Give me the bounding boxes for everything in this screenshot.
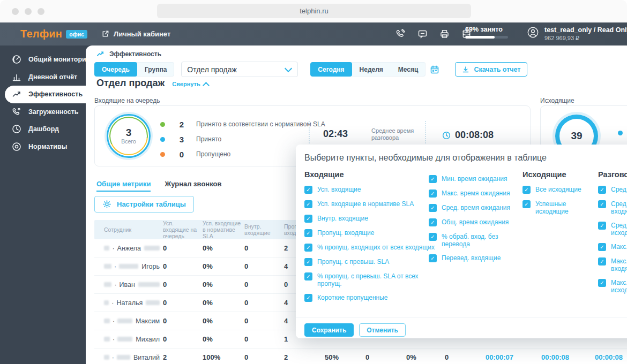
checkbox-item[interactable]: ✓Сред. длвходящ	[598, 200, 627, 215]
checkbox-item[interactable]: ✓Макс. дл	[598, 243, 627, 251]
view-switcher: ОчередьГруппа	[94, 62, 174, 77]
sidebar-item-Дашборд[interactable]: Дашборд	[0, 120, 94, 138]
checkbox-item[interactable]: ✓Перевед. входящие	[429, 254, 520, 262]
checkbox-checked-icon[interactable]: ✓	[522, 186, 531, 194]
checkbox-checked-icon[interactable]: ✓	[304, 258, 312, 266]
checkbox-checked-icon[interactable]: ✓	[429, 218, 437, 226]
window-controls[interactable]	[12, 8, 44, 15]
checkbox-checked-icon[interactable]: ✓	[598, 186, 606, 194]
checkbox-label-line: Пропущ. с превыш. SLA	[317, 258, 389, 266]
table-settings-button[interactable]: Настройки таблицы	[94, 196, 194, 213]
incoming-donut-chart: 3 Всего	[104, 112, 153, 160]
modal-column-header: Исходящие	[522, 170, 592, 179]
checkbox-item[interactable]: ✓Макс. длвходящ	[598, 257, 627, 272]
checkbox-item[interactable]: ✓Макс. время ожидания	[429, 189, 520, 198]
checkbox-item[interactable]: ✓Макс. длисходящ	[598, 279, 627, 294]
checkbox-checked-icon[interactable]: ✓	[598, 200, 606, 208]
checkbox-item[interactable]: ✓Все исходящие	[522, 186, 592, 194]
checkbox-checked-icon[interactable]: ✓	[304, 272, 312, 280]
checkbox-checked-icon[interactable]: ✓	[304, 229, 312, 237]
checkbox-checked-icon[interactable]: ✓	[304, 186, 312, 194]
sidebar-item-Загруженность[interactable]: Загруженность	[0, 103, 94, 121]
metric-cell: 0	[163, 299, 203, 307]
view-tab-Очередь[interactable]: Очередь	[94, 62, 137, 77]
checkbox-label: Макс. длисходящ	[611, 279, 627, 294]
checkbox-item[interactable]: ✓Сред. дл	[598, 186, 627, 194]
personal-cabinet-link[interactable]: Личный кабинет	[101, 30, 170, 38]
wait-time-value: 00:08:08	[455, 130, 494, 141]
sidebar-item-Нормативы[interactable]: Нормативы	[0, 138, 94, 156]
table-row[interactable]: ·Виталий2100%0250%00%000:00:0700:00:0800…	[94, 348, 627, 364]
checkbox-label-line: исходящ	[611, 286, 627, 294]
metric-cell: 0%	[203, 335, 244, 343]
column-header: Внутр. входящие	[244, 223, 284, 236]
account-menu[interactable]: test_read_only / Read Only 962 969,93 ₽	[527, 26, 627, 42]
url-bar[interactable]: telphin.ru	[157, 4, 471, 18]
checkbox-label-line: % пропущ. с превыш. SLA от всех	[317, 272, 419, 280]
user-icon	[527, 26, 539, 39]
checkbox-label: % пропущ. входящих от всех входящих	[317, 244, 435, 251]
window-dot[interactable]	[12, 8, 19, 15]
checkbox-checked-icon[interactable]: ✓	[598, 279, 606, 287]
sidebar-item-Общий мониторинг[interactable]: Общий мониторинг	[0, 51, 94, 69]
collapse-link[interactable]: Свернуть	[172, 81, 208, 87]
period-tab-Неделя[interactable]: Неделя	[352, 62, 391, 77]
tab-general-metrics[interactable]: Общие метрики	[96, 180, 151, 192]
legend-dot	[160, 122, 165, 127]
checkbox-checked-icon[interactable]: ✓	[598, 243, 606, 251]
checkbox-item[interactable]: ✓Общ. время ожидания	[429, 218, 520, 226]
checkbox-item[interactable]: ✓% обраб. вход. безперевода	[429, 233, 520, 248]
checkbox-checked-icon[interactable]: ✓	[304, 244, 312, 252]
tab-call-journal[interactable]: Журнал звонков	[165, 180, 221, 192]
user-name: test_read_only / Read Only	[544, 26, 627, 34]
checkbox-checked-icon[interactable]: ✓	[429, 254, 437, 262]
checkbox-checked-icon[interactable]: ✓	[304, 294, 312, 302]
metric-cell: 50%	[325, 353, 365, 361]
download-report-button[interactable]: Скачать отчет	[455, 62, 527, 77]
sidebar-item-Дневной отчёт[interactable]: Дневной отчёт	[0, 69, 94, 86]
window-dot[interactable]	[25, 8, 32, 15]
checkbox-checked-icon[interactable]: ✓	[429, 233, 437, 241]
table-settings-modal: Выберите пункты, необходимые для отображ…	[296, 145, 627, 338]
period-tab-Месяц[interactable]: Месяц	[391, 62, 426, 77]
employee-cell: ·Анжела	[94, 245, 163, 252]
checkbox-item[interactable]: ✓Мин. время ожидания	[429, 175, 520, 183]
checkbox-checked-icon[interactable]: ✓	[429, 175, 437, 183]
checkbox-item[interactable]: ✓Короткие пропущенные	[304, 294, 465, 302]
cancel-button[interactable]: Отменить	[359, 323, 406, 337]
personal-cabinet-label: Личный кабинет	[114, 30, 170, 38]
view-tab-Группа[interactable]: Группа	[137, 62, 174, 77]
metric-cell: 0	[244, 280, 284, 289]
modal-column-Разговоры: Разговоры✓Сред. дл✓Сред. длвходящ✓Сред. …	[598, 170, 627, 300]
checkbox-item[interactable]: ✓Сред. длисходящ	[598, 222, 627, 237]
save-button[interactable]: Сохранить	[304, 323, 354, 337]
checkbox-label-line: % обраб. вход. без	[442, 233, 498, 240]
checkbox-item[interactable]: ✓Сред. время ожидания	[429, 204, 520, 212]
checkbox-checked-icon[interactable]: ✓	[598, 257, 606, 266]
checkbox-checked-icon[interactable]: ✓	[304, 200, 312, 208]
chat-icon[interactable]	[417, 29, 428, 39]
checkbox-label: Сред. время ожидания	[442, 204, 510, 211]
window-dot[interactable]	[38, 8, 44, 15]
period-tab-Сегодня[interactable]: Сегодня	[310, 62, 352, 77]
checkbox-item[interactable]: ✓% пропущ. с превыш. SLA от всехпропущ.	[304, 272, 465, 287]
telphin-logo[interactable]: Телфин	[20, 28, 62, 40]
checkbox-checked-icon[interactable]: ✓	[304, 215, 312, 223]
call-icon[interactable]	[395, 29, 406, 39]
checkbox-checked-icon[interactable]: ✓	[598, 222, 606, 230]
outgoing-section-label: Исходящие	[540, 97, 574, 104]
employee-cell: ·Максим	[94, 317, 163, 325]
name-separator: ·	[112, 245, 114, 252]
calendar-button[interactable]	[426, 62, 444, 77]
queue-select[interactable]: Отдел продаж	[181, 62, 298, 77]
checkbox-label: % пропущ. с превыш. SLA от всехпропущ.	[317, 272, 419, 287]
printer-icon[interactable]	[439, 29, 450, 39]
checkbox-label: Успешныеисходящие	[535, 200, 569, 215]
checkbox-checked-icon[interactable]: ✓	[522, 200, 531, 208]
checkbox-item[interactable]: ✓Успешныеисходящие	[522, 200, 592, 215]
sidebar-item-Эффективность[interactable]: Эффективность	[5, 86, 94, 103]
checkbox-checked-icon[interactable]: ✓	[429, 204, 437, 212]
queue-select-value: Отдел продаж	[187, 65, 237, 74]
checkbox-checked-icon[interactable]: ✓	[429, 189, 437, 198]
blurred-extension	[104, 282, 111, 287]
